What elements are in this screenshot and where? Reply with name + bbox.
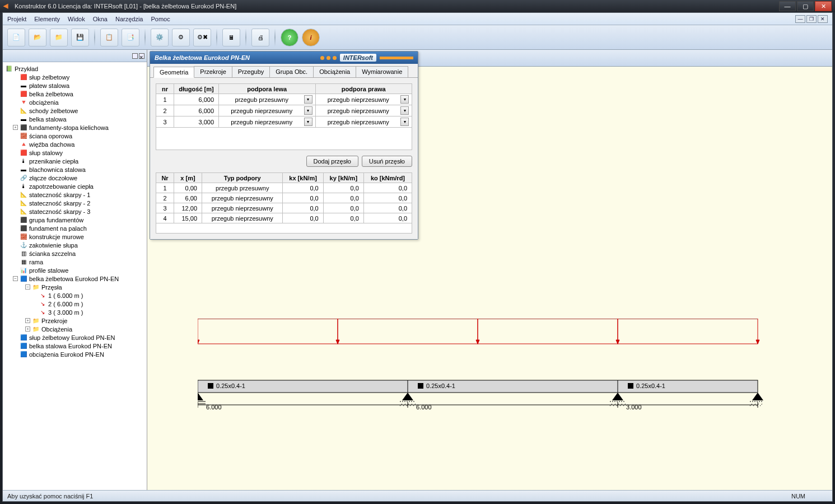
tree-item[interactable]: 🌡przenikanie ciepła xyxy=(4,157,146,165)
table-row[interactable]: 415,00 przegub nieprzesuwny0,00,00,0 xyxy=(156,213,412,223)
minimize-button[interactable]: — xyxy=(779,1,796,11)
tree-item[interactable]: 🌡zapotrzebowanie ciepła xyxy=(4,182,146,190)
table-row[interactable]: 312,00 przegub nieprzesuwny0,00,00,0 xyxy=(156,203,412,213)
geometry-panel: Belka żelbetowa Eurokod PN-EN INTERsoft … xyxy=(150,51,418,240)
menu-widok[interactable]: Widok xyxy=(68,16,85,22)
project-tree[interactable]: 📗Przykład🟥słup żelbetowy▬płatew stalowa🟥… xyxy=(3,62,147,490)
tab-wymiarowanie[interactable]: Wymiarowanie xyxy=(356,66,408,77)
status-num: NUM xyxy=(791,493,805,500)
tree-item[interactable]: 🟥słup stalowy xyxy=(4,148,146,157)
tree-item-eurokod[interactable]: −🟦belka żelbetowa Eurokod PN-EN xyxy=(4,274,146,283)
svg-marker-27 xyxy=(402,393,413,400)
tree-item[interactable]: ▬płatew stalowa xyxy=(4,81,146,90)
tree-item[interactable]: 🟦belka stalowa Eurokod PN-EN xyxy=(4,342,146,350)
mdi-close-button[interactable]: ✕ xyxy=(818,15,828,23)
tree-item[interactable]: 🟥belka żelbetowa xyxy=(4,90,146,98)
toolbar-new-icon[interactable]: 📄 xyxy=(7,29,25,46)
spans-table[interactable]: nrdługość [m]podpora lewapodpora prawa 1… xyxy=(156,83,412,128)
tab-grupa-obc[interactable]: Grupa Obc. xyxy=(269,66,314,77)
svg-marker-8 xyxy=(336,340,339,344)
tree-item[interactable]: 🔗złącze doczołowe xyxy=(4,174,146,182)
tree-item-span[interactable]: ↘3 ( 3.000 m ) xyxy=(4,308,146,316)
tree-item-span[interactable]: ↘2 ( 6.000 m ) xyxy=(4,300,146,308)
tree-item[interactable]: ▦rama xyxy=(4,258,146,266)
menu-okna[interactable]: Okna xyxy=(93,16,108,22)
toolbar-help-icon[interactable]: ? xyxy=(281,29,298,46)
tree-item[interactable]: ▬blachownica stalowa xyxy=(4,165,146,174)
table-row[interactable]: 26,000 przegub nieprzesuwny▾ przegub nie… xyxy=(156,105,412,116)
tree-item-przesla[interactable]: −📁Przęsła xyxy=(4,283,146,291)
table-row[interactable]: 33,000 przegub nieprzesuwny▾ przegub nie… xyxy=(156,116,412,128)
chevron-down-icon[interactable]: ▾ xyxy=(304,106,312,115)
toolbar-open-icon[interactable]: 📂 xyxy=(29,29,46,46)
toolbar-doc2-icon[interactable]: 📑 xyxy=(122,29,139,46)
tree-item[interactable]: 🔺więźba dachowa xyxy=(4,140,146,148)
menu-elementy[interactable]: Elementy xyxy=(34,16,60,22)
panel-dock-icon[interactable] xyxy=(132,53,138,59)
tree-item[interactable]: ⬛grupa fundamentów xyxy=(4,216,146,224)
tab-geometria[interactable]: Geometria xyxy=(153,67,194,78)
remove-span-button[interactable]: Usuń przęsło xyxy=(362,156,412,167)
svg-marker-14 xyxy=(756,340,759,344)
tree-item[interactable]: 🟦obciążenia Eurokod PN-EN xyxy=(4,350,146,358)
menu-projekt[interactable]: Projekt xyxy=(7,16,26,22)
svg-marker-12 xyxy=(616,340,619,344)
chevron-down-icon[interactable]: ▾ xyxy=(304,118,312,126)
mdi-restore-button[interactable]: ❐ xyxy=(806,15,817,23)
table-row[interactable]: 10,00 przegub przesuwny0,00,00,0 xyxy=(156,183,412,193)
chevron-down-icon[interactable]: ▾ xyxy=(304,95,312,104)
status-bar: Aby uzyskać pomoc naciśnij F1 NUM xyxy=(3,490,832,501)
maximize-button[interactable]: ▢ xyxy=(797,1,814,11)
tree-item[interactable]: 📐stateczność skarpy - 3 xyxy=(4,207,146,216)
tree-item[interactable]: 📊profile stalowe xyxy=(4,266,146,274)
tree-item[interactable]: ▬belka stalowa xyxy=(4,115,146,123)
tree-item[interactable]: 🧱ściana oporowa xyxy=(4,132,146,140)
toolbar-gear-del-icon[interactable]: ⚙✖ xyxy=(193,29,211,46)
tree-item-obciazenia[interactable]: +📁Obciążenia xyxy=(4,325,146,333)
toolbar-save-icon[interactable]: 💾 xyxy=(71,29,89,46)
tree-item[interactable]: 🔻obciążenia xyxy=(4,98,146,106)
panel-tabs: Geometria Przekroje Przeguby Grupa Obc. … xyxy=(150,64,418,78)
table-row[interactable]: 16,000 przegub przesuwny▾ przegub nieprz… xyxy=(156,94,412,105)
tree-item[interactable]: ⚓zakotwienie słupa xyxy=(4,241,146,249)
menu-narzedzia[interactable]: Narzędzia xyxy=(115,16,143,22)
table-row[interactable]: 26,00 przegub nieprzesuwny0,00,00,0 xyxy=(156,193,412,203)
tree-item[interactable]: 📐stateczność skarpy - 1 xyxy=(4,190,146,199)
tree-item[interactable]: 🟥słup żelbetowy xyxy=(4,73,146,81)
tree-item[interactable]: ▥ścianka szczelna xyxy=(4,249,146,258)
work-area: ▤ ⬚ ⎙ 🗒 Grupa1 ▾ Belka żelbetowa Eurokod… xyxy=(147,50,832,490)
main-toolbar: 📄 📂 📁 💾 📋 📑 ⚙️ ⚙ ⚙✖ 🖩 🖨 ? i xyxy=(3,25,832,50)
tab-przeguby[interactable]: Przeguby xyxy=(232,66,270,77)
toolbar-doc1-icon[interactable]: 📋 xyxy=(100,29,118,46)
panel-close-icon[interactable]: × xyxy=(139,53,144,59)
tree-item[interactable]: 📐schody żelbetowe xyxy=(4,106,146,115)
tree-item[interactable]: 🟦słup żelbetowy Eurokod PN-EN xyxy=(4,333,146,342)
chevron-down-icon[interactable]: ▾ xyxy=(400,95,409,104)
tree-item-przekroje[interactable]: +📁Przekroje xyxy=(4,316,146,325)
tree-item[interactable]: ⬛fundament na palach xyxy=(4,224,146,232)
mdi-minimize-button[interactable]: — xyxy=(795,15,805,23)
chevron-down-icon[interactable]: ▾ xyxy=(400,118,409,126)
supports-table[interactable]: Nrx [m]Typ podporykx [kN/m]ky [kN/m]ko [… xyxy=(156,172,412,223)
toolbar-folder-icon[interactable]: 📁 xyxy=(50,29,68,46)
tree-item[interactable]: 🧱konstrukcje murowe xyxy=(4,232,146,241)
tab-obciazenia[interactable]: Obciążenia xyxy=(313,66,356,77)
close-button[interactable]: ✕ xyxy=(815,1,832,11)
toolbar-gears-icon[interactable]: ⚙ xyxy=(172,29,190,46)
tree-root[interactable]: 📗Przykład xyxy=(4,64,146,73)
toolbar-info-icon[interactable]: i xyxy=(302,29,320,46)
chevron-down-icon[interactable]: ▾ xyxy=(400,106,409,115)
tree-item[interactable]: 📐stateczność skarpy - 2 xyxy=(4,199,146,207)
add-span-button[interactable]: Dodaj przęsło xyxy=(306,156,358,167)
section-label-3: 0.25x0.4-1 xyxy=(636,382,665,389)
toolbar-gear1-icon[interactable]: ⚙️ xyxy=(151,29,169,46)
tab-przekroje[interactable]: Przekroje xyxy=(194,66,232,77)
toolbar-calc-icon[interactable]: 🖩 xyxy=(222,29,240,46)
tree-item[interactable]: +⬛fundamenty-stopa kielichowa xyxy=(4,123,146,132)
menu-bar: Projekt Elementy Widok Okna Narzędzia Po… xyxy=(3,13,832,25)
menu-pomoc[interactable]: Pomoc xyxy=(151,16,170,22)
svg-line-50 xyxy=(760,404,762,406)
window-title: Konstruktor 6.0 Licencja dla: INTERsoft … xyxy=(15,3,236,10)
tree-item-span[interactable]: ↘1 ( 6.000 m ) xyxy=(4,291,146,300)
toolbar-print-icon[interactable]: 🖨 xyxy=(251,29,269,46)
